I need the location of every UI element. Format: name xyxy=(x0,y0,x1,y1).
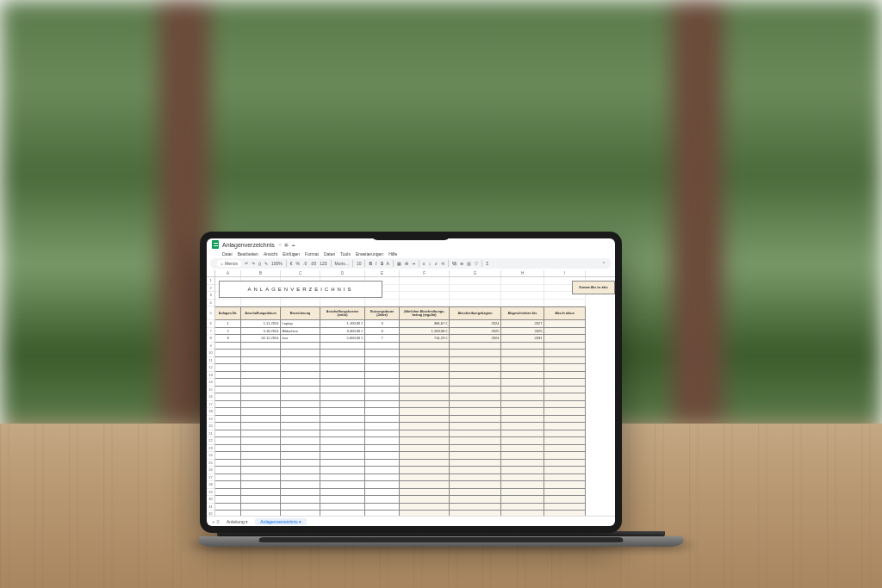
cell[interactable]: 2 xyxy=(215,328,241,336)
cell[interactable] xyxy=(320,474,365,482)
cell[interactable] xyxy=(450,300,501,307)
cell[interactable] xyxy=(281,364,320,372)
cell[interactable] xyxy=(215,511,241,516)
cell[interactable] xyxy=(450,504,501,511)
wrap-icon[interactable]: ↲ xyxy=(434,261,438,266)
decrease-decimal-icon[interactable]: .0 xyxy=(303,261,307,266)
cell[interactable] xyxy=(400,474,450,482)
cell[interactable] xyxy=(215,430,241,438)
row-number[interactable]: 31 xyxy=(207,504,214,511)
column-header-cell[interactable]: Abgeschrieben bis xyxy=(501,306,544,320)
tab-anlagenverzeichnis[interactable]: Anlagenverzeichnis ▾ xyxy=(255,518,307,525)
menu-format[interactable]: Format xyxy=(305,251,319,257)
add-sheet-icon[interactable]: + xyxy=(212,519,215,524)
chart-icon[interactable]: ▥ xyxy=(467,261,471,266)
column-header-cell[interactable]: Anlagen-Nr. xyxy=(215,306,241,320)
cell[interactable] xyxy=(281,423,320,430)
row-number[interactable]: 2 xyxy=(207,285,214,293)
tab-anleitung[interactable]: Anleitung ▾ xyxy=(221,518,253,525)
cell[interactable] xyxy=(544,452,586,460)
cell[interactable] xyxy=(215,496,241,504)
cell[interactable] xyxy=(501,292,544,300)
cell[interactable]: 2027 xyxy=(501,320,544,328)
cell[interactable] xyxy=(281,430,320,438)
cell[interactable] xyxy=(544,401,586,409)
cell[interactable] xyxy=(320,460,365,467)
cell[interactable] xyxy=(281,467,320,474)
cell[interactable]: 3 xyxy=(215,335,241,343)
cell[interactable]: 02.12.2024 xyxy=(241,335,281,343)
cell[interactable] xyxy=(400,496,450,504)
cell[interactable]: 2025 xyxy=(501,328,544,336)
cell[interactable] xyxy=(501,460,544,467)
cell[interactable] xyxy=(281,372,320,380)
cell[interactable] xyxy=(400,408,450,416)
print-icon[interactable]: ⎙ xyxy=(258,261,261,266)
cell[interactable] xyxy=(320,393,365,401)
row-number[interactable]: 23 xyxy=(207,445,214,453)
cell[interactable] xyxy=(281,481,320,489)
cell[interactable] xyxy=(241,372,281,380)
cell[interactable] xyxy=(400,387,450,394)
cell[interactable] xyxy=(281,445,320,453)
cell[interactable] xyxy=(320,481,365,489)
cell[interactable]: 366,67 € xyxy=(400,320,450,328)
cell[interactable] xyxy=(400,416,450,424)
cell[interactable]: 714,29 € xyxy=(400,335,450,343)
cell[interactable] xyxy=(544,511,586,516)
cell[interactable] xyxy=(450,343,501,350)
cell[interactable] xyxy=(241,481,281,489)
column-header-H[interactable]: H xyxy=(501,270,544,276)
cell[interactable] xyxy=(320,357,365,365)
cell[interactable] xyxy=(544,423,586,430)
cell[interactable]: 7 xyxy=(365,335,400,343)
cell[interactable]: 3.400,00 € xyxy=(320,328,365,336)
spreadsheet-grid[interactable]: 1234567891011121314151617181920212223242… xyxy=(207,277,615,516)
cell[interactable] xyxy=(501,416,544,424)
row-number[interactable]: 14 xyxy=(207,379,214,387)
currency-button[interactable]: € xyxy=(290,261,293,266)
menu-data[interactable]: Daten xyxy=(324,251,335,257)
cell[interactable] xyxy=(320,423,365,430)
column-header-cell[interactable]: Nutzungsdauer (Jahre) xyxy=(365,306,400,320)
cell[interactable] xyxy=(320,511,365,516)
cell[interactable] xyxy=(450,496,501,504)
cell[interactable] xyxy=(215,460,241,467)
cell[interactable] xyxy=(400,285,450,293)
column-header-C[interactable]: C xyxy=(281,270,320,276)
paint-format-icon[interactable]: ✎ xyxy=(264,261,268,266)
cell[interactable] xyxy=(365,481,400,489)
cell[interactable] xyxy=(501,474,544,482)
cell[interactable] xyxy=(501,387,544,394)
cell[interactable] xyxy=(215,474,241,482)
row-number[interactable]: 9 xyxy=(207,343,214,350)
cell[interactable] xyxy=(400,292,450,300)
cell[interactable]: 2024 xyxy=(450,320,501,328)
cell[interactable] xyxy=(544,460,586,467)
cell[interactable] xyxy=(450,416,501,424)
cell[interactable] xyxy=(501,489,544,497)
cell[interactable] xyxy=(450,437,501,445)
cell[interactable] xyxy=(400,393,450,401)
cell[interactable] xyxy=(241,452,281,460)
cell[interactable] xyxy=(544,393,586,401)
cell[interactable] xyxy=(241,460,281,467)
cell[interactable] xyxy=(320,387,365,394)
row-number[interactable]: 12 xyxy=(207,364,214,372)
move-icon[interactable]: ▣ xyxy=(284,242,289,247)
cell[interactable] xyxy=(450,364,501,372)
menu-view[interactable]: Ansicht xyxy=(264,251,277,257)
cell[interactable] xyxy=(400,300,450,307)
cell[interactable] xyxy=(450,474,501,482)
row-number[interactable]: 17 xyxy=(207,401,214,409)
column-header-cell[interactable]: Bezeichnung xyxy=(281,306,320,320)
cell[interactable] xyxy=(320,467,365,474)
cell[interactable] xyxy=(501,445,544,453)
cell[interactable] xyxy=(365,504,400,511)
cell[interactable] xyxy=(400,504,450,511)
row-number[interactable]: 15 xyxy=(207,387,214,394)
cell[interactable] xyxy=(365,387,400,394)
document-title[interactable]: Anlagenverzeichnis xyxy=(222,242,275,248)
row-number[interactable]: 8 xyxy=(207,335,214,343)
cell[interactable] xyxy=(281,393,320,401)
